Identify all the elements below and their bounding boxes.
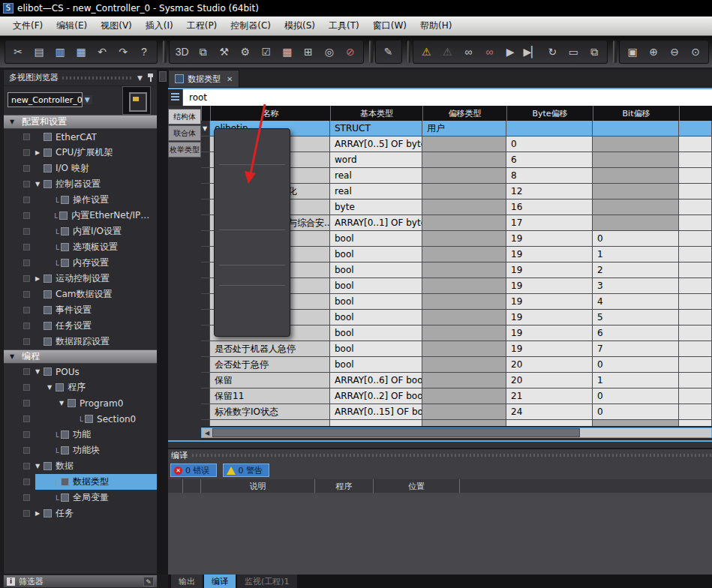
cell-offset-type[interactable] (422, 373, 506, 388)
undo-icon[interactable]: ↶ (92, 42, 113, 62)
filter-bar[interactable]: i 筛选器 ✎ (3, 574, 158, 588)
cell-byte-offset[interactable]: 19 (506, 294, 593, 310)
cell-base-type[interactable]: ARRAY[0..6] OF bool (330, 373, 422, 388)
context-menu-item[interactable] (215, 303, 290, 318)
tree-item-checkbox[interactable] (23, 384, 30, 391)
row-expander-icon[interactable] (201, 310, 210, 326)
cell-name[interactable]: 保留 (210, 373, 330, 388)
row-expander-icon[interactable] (201, 326, 210, 341)
error-count-badge[interactable]: ✕ 0 错误 (170, 464, 217, 477)
tree-item-checkbox[interactable] (23, 196, 30, 203)
cell-byte-offset[interactable]: 19 (506, 278, 593, 294)
cell-extra[interactable] (679, 231, 712, 247)
tree-item-----[interactable]: 事件设置 (4, 302, 157, 318)
cell-byte-offset[interactable]: 19 (506, 341, 593, 357)
cell-base-type[interactable]: word (330, 152, 422, 168)
tree-item-i-o---[interactable]: I/O 映射 (4, 160, 157, 176)
tree-item-checkbox[interactable] (23, 416, 30, 422)
cell-base-type[interactable]: STRUCT (330, 121, 422, 136)
cell-bit-offset[interactable] (593, 152, 679, 168)
pin-icon[interactable] (147, 74, 154, 82)
cell-bit-offset[interactable]: 2 (593, 262, 679, 278)
tree-item-cam----[interactable]: Cam数据设置 (4, 286, 157, 302)
warning-on-icon[interactable]: ⚠ (416, 42, 437, 62)
redo-icon[interactable]: ↷ (113, 42, 134, 62)
tree-item-----[interactable]: L 内存设置 (4, 255, 157, 271)
tree-item---[interactable]: ▼ 数据 (4, 458, 157, 474)
cell-name[interactable]: 保留11 (210, 388, 330, 404)
category-tab[interactable]: 结构体 (168, 109, 201, 124)
cell-extra[interactable] (679, 341, 712, 357)
cell-name[interactable]: 标准数字IO状态 (210, 404, 330, 420)
menubar-item[interactable]: 编辑(E) (50, 17, 94, 34)
cell-bit-offset[interactable]: 0 (593, 231, 679, 247)
cell-base-type[interactable]: real (330, 184, 422, 200)
tree-item-checkbox[interactable] (23, 307, 30, 314)
close-icon[interactable]: ✕ (227, 75, 233, 83)
cell-bit-offset[interactable] (593, 136, 679, 152)
cell-bit-offset[interactable]: 7 (593, 341, 679, 357)
cell-byte-offset[interactable]: 24 (506, 404, 593, 420)
cell-extra[interactable] (679, 357, 712, 373)
tree-item-----[interactable]: L 操作设置 (4, 192, 157, 208)
cell-base-type[interactable]: bool (330, 326, 422, 341)
cell-byte-offset[interactable]: 16 (506, 200, 593, 215)
tree-item-program0[interactable]: ▼ Program0 (4, 395, 157, 411)
cell-base-type[interactable]: bool (330, 247, 422, 262)
search-icon[interactable]: ◎ (319, 42, 340, 62)
cell-extra[interactable] (679, 136, 712, 152)
category-tab[interactable]: 联合体 (168, 125, 201, 141)
chevron-down-icon[interactable]: ▼ (83, 95, 92, 104)
row-expander-icon[interactable] (201, 278, 210, 294)
tree-expander-icon[interactable]: ▶ (34, 510, 41, 517)
cell-extra[interactable] (679, 388, 712, 404)
context-menu-item[interactable] (215, 132, 290, 147)
cell-offset-type[interactable] (422, 200, 506, 215)
tree-item-checkbox[interactable] (23, 275, 30, 282)
row-expander-icon[interactable] (201, 262, 210, 278)
cell-byte-offset[interactable]: 19 (506, 326, 593, 341)
cell-name[interactable]: 是否处于机器人急停 (210, 341, 330, 357)
tree-item---[interactable]: ▼ 程序 (4, 380, 157, 395)
cell-name[interactable]: 会否处于急停 (210, 357, 330, 373)
cell-base-type[interactable]: real (330, 168, 422, 184)
root-node-label[interactable]: root (183, 92, 207, 103)
table-row[interactable]: 标准数字IO状态 ARRAY[0..15] OF bool 24 0 (201, 404, 712, 420)
row-expander-icon[interactable] (201, 136, 210, 152)
zoom-in-icon[interactable]: ⊕ (643, 42, 664, 62)
tree-item-section0[interactable]: L Section0 (4, 411, 157, 427)
cell-base-type[interactable]: ARRAY[0..1] OF byte (330, 215, 422, 231)
cell-byte-offset[interactable]: 0 (506, 136, 593, 152)
context-menu-item[interactable] (215, 248, 290, 262)
menubar-item[interactable]: 帮助(H) (413, 17, 458, 34)
cell-extra[interactable] (679, 310, 712, 326)
cell-base-type[interactable] (330, 420, 422, 426)
cell-extra[interactable] (679, 121, 712, 136)
tree-item-checkbox[interactable] (23, 368, 30, 375)
cell-name[interactable] (210, 420, 330, 426)
cell-base-type[interactable]: ARRAY[0..2] OF bool (330, 388, 422, 404)
help-icon[interactable]: ? (134, 42, 155, 62)
bottom-tab[interactable]: 编译 (204, 574, 236, 588)
cell-base-type[interactable]: bool (330, 341, 422, 357)
check-all-icon[interactable]: ⊞ (298, 42, 319, 62)
tree-item-----[interactable]: L 全局变量 (4, 490, 157, 506)
cell-byte-offset[interactable] (506, 121, 593, 136)
cell-offset-type[interactable]: 用户 (422, 121, 506, 136)
tree-item-checkbox[interactable] (23, 244, 30, 250)
cell-byte-offset[interactable]: 17 (506, 215, 593, 231)
cell-base-type[interactable]: bool (330, 357, 422, 373)
tree-item-checkbox[interactable] (23, 134, 30, 140)
tree-item-checkbox[interactable] (23, 338, 30, 345)
delete-icon[interactable]: ▦ (71, 42, 92, 62)
row-expander-icon[interactable] (201, 200, 210, 215)
context-menu-item[interactable] (215, 212, 290, 227)
cell-offset-type[interactable] (422, 326, 506, 341)
run-icon[interactable]: ▶ (500, 42, 521, 62)
abort-icon[interactable]: ⊘ (340, 42, 361, 62)
cell-bit-offset[interactable]: 4 (593, 294, 679, 310)
menubar-item[interactable]: 窗口(W) (366, 17, 413, 34)
row-expander-icon[interactable] (201, 341, 210, 357)
cell-byte-offset[interactable] (506, 420, 593, 426)
context-menu-item[interactable] (215, 147, 290, 162)
